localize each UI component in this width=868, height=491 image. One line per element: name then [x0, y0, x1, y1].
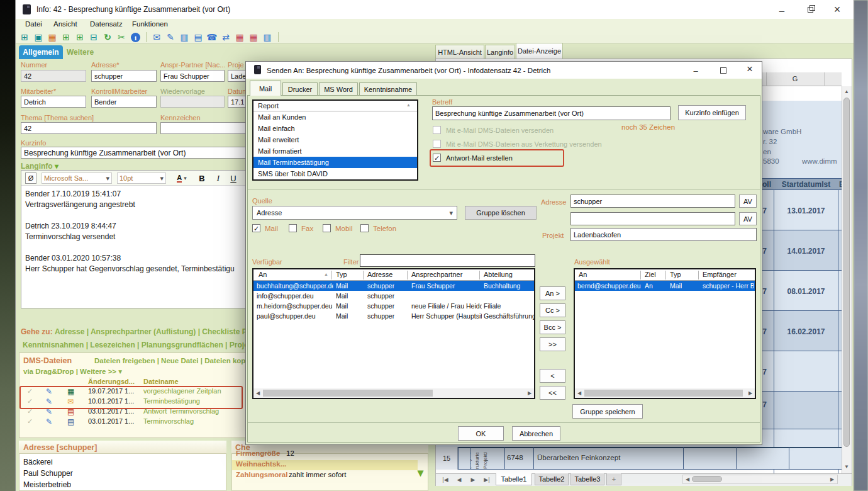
langinfo-label[interactable]: Langinfo ▾	[21, 162, 58, 171]
scroll-right-icon[interactable]: ▶	[747, 390, 754, 397]
dms-verkettung-checkbox[interactable]	[433, 140, 441, 148]
an-button[interactable]: An >	[540, 286, 565, 300]
refresh-icon[interactable]: ↻	[102, 31, 113, 43]
editor-size-select[interactable]: 10pt ▾	[117, 172, 166, 184]
sheet-hscroll-thumb[interactable]	[692, 476, 722, 482]
dialog-tab-msword[interactable]: MS Word	[319, 82, 358, 96]
reload-list-icon[interactable]: ▥	[262, 31, 273, 43]
sheet-tab-tabelle1[interactable]: Tabelle1	[496, 473, 532, 485]
dialog-minimize-button[interactable]: –	[687, 65, 704, 76]
av-button-2[interactable]: AV	[739, 212, 757, 225]
document-edit-icon[interactable]: ✎	[46, 417, 52, 426]
col-ansprechpartner[interactable]: Ansprechpartner	[411, 271, 462, 278]
sheet-vscroll-thumb[interactable]	[843, 98, 850, 447]
anspr-partner-field[interactable]: Frau Schupper	[160, 70, 225, 82]
sheet-nav-next[interactable]: ▶	[468, 475, 478, 484]
dialog-projekt-input[interactable]: Ladenbackofen	[570, 228, 757, 241]
export-record-icon[interactable]: ⊞	[19, 31, 30, 43]
checkliste-expand-chevron[interactable]: ▾	[418, 466, 423, 480]
ok-button[interactable]: OK	[458, 426, 504, 441]
info-icon[interactable]: i	[131, 33, 140, 42]
company-website-link[interactable]: www.dimm	[802, 157, 837, 165]
template-item[interactable]: SMS über Tobit DAVID	[253, 168, 417, 179]
ausgewaehlt-hscroll-thumb[interactable]	[584, 390, 743, 397]
checkliste-row[interactable]: Firmengröße 12	[232, 449, 415, 460]
scroll-up-icon[interactable]: ▲	[843, 88, 850, 94]
dialog-tab-mail[interactable]: Mail	[250, 81, 281, 96]
send-mail-icon[interactable]: ✉	[151, 31, 162, 43]
cc-button[interactable]: Cc >	[540, 303, 565, 317]
abbrechen-button[interactable]: Abbrechen	[512, 426, 560, 441]
link-records-icon[interactable]: ⇄	[220, 31, 231, 43]
col-an[interactable]: An	[579, 271, 587, 278]
kontrollmitarbeiter-field[interactable]: Bender	[91, 96, 157, 108]
tab-html-ansicht[interactable]: HTML-Ansicht	[435, 45, 484, 59]
save-new-icon[interactable]: ▣	[33, 31, 44, 43]
dialog-tab-drucker[interactable]: Drucker	[282, 82, 318, 96]
wiedervorlage-field[interactable]	[160, 96, 225, 108]
col-adresse[interactable]: Adresse	[367, 271, 392, 278]
minimize-button[interactable]: –	[772, 4, 791, 16]
checkliste-row[interactable]: Zahlungsmoral zahlt immer sofort	[232, 471, 415, 481]
sort-asc-icon[interactable]: ▲	[324, 272, 328, 276]
bold-button[interactable]: B	[196, 172, 208, 184]
gruppe-loeschen-button[interactable]: Gruppe löschen	[465, 206, 537, 220]
bcc-button[interactable]: Bcc >	[540, 320, 565, 334]
template-item[interactable]: Mail erweitert	[253, 134, 417, 145]
all-left-button[interactable]: <<	[540, 386, 565, 400]
scroll-right-icon[interactable]: ▶	[829, 476, 835, 483]
sheet-tab-tabelle2[interactable]: Tabelle2	[535, 473, 569, 485]
nummer-field[interactable]: 42	[21, 70, 86, 82]
scroll-left-icon[interactable]: ◀	[255, 390, 261, 397]
sheet-col-header-g[interactable]: G	[766, 75, 824, 82]
tab-allgemein[interactable]: Allgemein	[19, 45, 63, 59]
scroll-left-icon[interactable]: ◀	[684, 476, 691, 483]
template-item[interactable]: Mail einfach	[253, 123, 417, 134]
scroll-left-icon[interactable]: ◀	[576, 390, 582, 397]
col-an[interactable]: An	[259, 271, 267, 278]
delete-record-icon[interactable]: ⊟	[88, 31, 99, 43]
underline-button[interactable]: U	[228, 172, 239, 184]
scroll-down-icon[interactable]: ▼	[843, 463, 850, 470]
quelle-telefon-checkbox[interactable]	[360, 224, 369, 232]
template-item-selected[interactable]: Mail Terminbestätigung	[253, 157, 417, 168]
verfuegbar-hscroll-thumb[interactable]	[263, 390, 433, 397]
table-row[interactable]: paul@schupper.deu Mail schupper Herr Sch…	[253, 311, 534, 321]
all-right-button[interactable]: >>	[540, 337, 565, 351]
template-list-header[interactable]: Report ▲	[253, 101, 417, 111]
restore-button[interactable]	[800, 5, 819, 15]
excel-export-icon[interactable]: ▦	[234, 31, 245, 43]
table-row[interactable]: buchhaltung@schupper.deu Mail schupper F…	[253, 281, 534, 291]
col-typ[interactable]: Typ	[336, 271, 347, 278]
checkliste-row[interactable]: Weihnachtsk...	[232, 460, 418, 470]
betreff-input[interactable]: Besprechung künftige Zusammenarbeit (vor…	[432, 106, 670, 120]
save-icon[interactable]: ▦	[47, 31, 58, 43]
sheet-nav-last[interactable]: ▶|	[481, 475, 493, 484]
dialog-maximize-button[interactable]	[715, 67, 732, 76]
sheet-tab-add[interactable]: +	[606, 473, 621, 485]
col-abteilung[interactable]: Abteilung	[484, 271, 513, 278]
tab-langinfo[interactable]: Langinfo	[485, 45, 515, 59]
close-button[interactable]: ×	[828, 3, 847, 16]
phone-mail-icon[interactable]: ☎	[206, 31, 218, 43]
thema-field[interactable]: 42	[21, 122, 157, 134]
table-row[interactable]: info@schupper.deu Mail schupper	[253, 291, 534, 301]
gehe-zu-links-line1[interactable]: Adresse | Ansprechpartner (Auflistung) |…	[55, 327, 247, 336]
col-typ[interactable]: Typ	[670, 271, 681, 278]
new-record-icon[interactable]: ⊞	[60, 31, 72, 43]
col-ziel[interactable]: Ziel	[645, 271, 656, 278]
dms-versenden-checkbox[interactable]	[433, 126, 441, 134]
row-filename[interactable]: Terminvorschlag	[143, 417, 194, 425]
editor-font-select[interactable]: Microsoft Sa... ▾	[42, 172, 112, 184]
history-icon[interactable]: ▥	[179, 31, 190, 43]
table-row[interactable]: bernd@schupper.deu An Mail schupper - He…	[575, 281, 755, 291]
dms-links-top[interactable]: Dateien freigeben | Neue Datei | Dateien…	[94, 357, 254, 364]
sheet-nav-first[interactable]: |◀	[439, 475, 452, 484]
menu-funktionen[interactable]: Funktionen	[132, 20, 168, 28]
menu-ansicht[interactable]: Ansicht	[53, 20, 77, 28]
tab-weitere[interactable]: Weitere	[67, 48, 94, 57]
menu-datensatz[interactable]: Datensatz	[90, 20, 123, 28]
editor-color-button[interactable]: A ▾	[172, 172, 191, 184]
kurzinfo-einfuegen-button[interactable]: Kurzinfo einfügen	[678, 105, 746, 120]
template-item[interactable]: Mail formatiert	[253, 145, 417, 157]
